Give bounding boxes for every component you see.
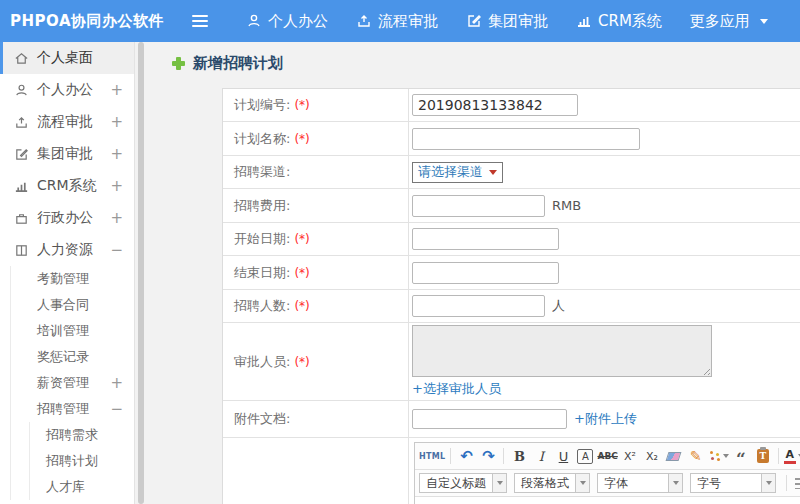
bar-chart-icon xyxy=(14,179,29,194)
nav-item-crm[interactable]: CRM系统 xyxy=(562,0,676,42)
font-color-button[interactable]: A xyxy=(784,446,800,467)
start-date-input[interactable] xyxy=(412,228,559,250)
add-plus-icon xyxy=(172,57,185,70)
person-icon xyxy=(246,13,262,29)
app-logo: PHPOA协同办公软件 xyxy=(10,12,164,31)
sidebar-item-human-resources[interactable]: 人力资源 − xyxy=(0,234,134,266)
remove-format-button[interactable] xyxy=(664,446,684,467)
form-row-attachment: 附件文档: +附件上传 xyxy=(223,401,800,438)
sidebar-scrollbar[interactable] xyxy=(138,42,144,504)
sidebar-item-salary[interactable]: 薪资管理+ xyxy=(11,370,134,396)
sidebar-item-recruit-demand[interactable]: 招聘需求 xyxy=(30,422,134,448)
undo-button[interactable]: ↶ xyxy=(456,446,476,467)
sidebar-item-attendance[interactable]: 考勤管理 xyxy=(11,266,134,292)
expand-plus-icon[interactable]: + xyxy=(110,81,123,99)
format-painter-button[interactable]: ✎ xyxy=(686,446,706,467)
required-mark: (*) xyxy=(294,232,309,246)
bar-chart-icon xyxy=(576,13,592,29)
nav-label: CRM系统 xyxy=(598,12,662,31)
channel-select[interactable]: 请选择渠道 xyxy=(412,162,503,183)
sidebar-item-label: 奖惩记录 xyxy=(37,348,89,366)
sidebar-item-label: 集团审批 xyxy=(37,145,93,163)
sidebar-item-label: 考勤管理 xyxy=(37,270,89,288)
expand-plus-icon[interactable]: + xyxy=(110,113,123,131)
auto-typeset-button[interactable] xyxy=(708,446,729,467)
sidebar-item-training[interactable]: 培训管理 xyxy=(11,318,134,344)
currency-suffix: RMB xyxy=(552,198,581,213)
chevron-down-icon xyxy=(580,481,586,485)
font-family-select[interactable]: 字体 xyxy=(597,473,683,493)
expand-plus-icon[interactable]: + xyxy=(110,145,123,163)
border-text-button[interactable]: A xyxy=(577,449,593,464)
sidebar-item-crm[interactable]: CRM系统 + xyxy=(0,170,134,202)
sidebar-item-rewards[interactable]: 奖惩记录 xyxy=(11,344,134,370)
sidebar-item-personal-desktop[interactable]: 个人桌面 xyxy=(0,42,134,74)
unit-suffix: 人 xyxy=(552,297,565,315)
field-label: 附件文档: xyxy=(234,410,290,428)
superscript-button[interactable]: X² xyxy=(620,446,640,467)
nav-label: 集团审批 xyxy=(488,12,548,31)
italic-button[interactable]: I xyxy=(531,446,551,467)
align-left-icon xyxy=(795,478,800,489)
editor-content-area[interactable] xyxy=(415,497,800,504)
edit-square-icon xyxy=(14,147,29,162)
expand-plus-icon[interactable]: + xyxy=(110,177,123,195)
paragraph-format-select[interactable]: 段落格式 xyxy=(514,473,590,493)
select-approver-link[interactable]: +选择审批人员 xyxy=(412,380,501,398)
sidebar-item-label: 招聘需求 xyxy=(46,426,98,444)
main-content: 新增招聘计划 计划编号:(*) 计划名称:(*) 招聘渠道: 请选择渠道 招聘费… xyxy=(145,42,800,504)
subscript-button[interactable]: X₂ xyxy=(642,446,662,467)
blockquote-button[interactable]: “ xyxy=(731,446,751,467)
strikethrough-button[interactable]: ABC xyxy=(597,446,617,467)
expand-plus-icon[interactable]: + xyxy=(110,374,123,392)
form-row-headcount: 招聘人数:(*) 人 xyxy=(223,290,800,323)
sidebar-item-admin-office[interactable]: 行政办公 + xyxy=(0,202,134,234)
sidebar-item-label: 薪资管理 xyxy=(37,374,89,392)
home-icon xyxy=(14,51,29,66)
book-icon xyxy=(14,243,29,258)
field-label: 计划名称: xyxy=(234,130,290,148)
sidebar-item-talent-pool[interactable]: 人才库 xyxy=(30,474,134,500)
hamburger-menu-icon[interactable] xyxy=(192,15,208,27)
attachment-input[interactable] xyxy=(412,409,567,429)
attachment-upload-link[interactable]: +附件上传 xyxy=(574,410,637,428)
cost-input[interactable] xyxy=(412,195,545,217)
plan-number-input[interactable] xyxy=(412,94,578,116)
sidebar-item-recruit-plan[interactable]: 招聘计划 xyxy=(30,448,134,474)
expand-plus-icon[interactable]: + xyxy=(110,209,123,227)
end-date-input[interactable] xyxy=(412,262,559,284)
collapse-minus-icon[interactable]: − xyxy=(110,241,123,259)
sidebar-item-label: 人才库 xyxy=(46,478,85,496)
underline-button[interactable]: U xyxy=(553,446,573,467)
sidebar-item-group-approval[interactable]: 集团审批 + xyxy=(0,138,134,170)
sidebar-item-recruitment[interactable]: 招聘管理− xyxy=(11,396,134,422)
nav-item-workflow-approval[interactable]: 流程审批 xyxy=(342,0,452,42)
field-label: 招聘渠道: xyxy=(234,163,290,181)
collapse-minus-icon[interactable]: − xyxy=(110,400,123,418)
field-label: 招聘人数: xyxy=(234,297,290,315)
headcount-input[interactable] xyxy=(412,295,545,317)
sidebar-item-personal-office[interactable]: 个人办公 + xyxy=(0,74,134,106)
form-row-start-date: 开始日期:(*) xyxy=(223,223,800,256)
custom-title-select[interactable]: 自定义标题 xyxy=(419,473,507,493)
approver-textarea[interactable] xyxy=(413,326,711,376)
html-source-button[interactable]: HTML xyxy=(419,446,445,467)
plan-name-input[interactable] xyxy=(412,128,640,150)
sidebar-item-hr-contract[interactable]: 人事合同 xyxy=(11,292,134,318)
font-size-select[interactable]: 字号 xyxy=(690,473,776,493)
required-mark: (*) xyxy=(294,98,309,112)
redo-button[interactable]: ↷ xyxy=(478,446,498,467)
bold-button[interactable]: B xyxy=(509,446,529,467)
sidebar-item-label: CRM系统 xyxy=(37,177,97,195)
nav-item-group-approval[interactable]: 集团审批 xyxy=(452,0,562,42)
form-row-editor: HTML ↶ ↷ B I U A ABC X² X₂ ✎ xyxy=(223,438,800,504)
field-label: 开始日期: xyxy=(234,230,290,248)
nav-item-more-apps[interactable]: 更多应用 xyxy=(676,0,782,42)
sidebar-item-workflow-approval[interactable]: 流程审批 + xyxy=(0,106,134,138)
form-row-end-date: 结束日期:(*) xyxy=(223,256,800,290)
page-title-text: 新增招聘计划 xyxy=(193,54,283,73)
align-left-button[interactable] xyxy=(792,473,800,494)
paste-text-button[interactable]: T xyxy=(753,446,773,467)
scrollbar-thumb[interactable] xyxy=(138,42,144,504)
nav-item-personal-office[interactable]: 个人办公 xyxy=(232,0,342,42)
